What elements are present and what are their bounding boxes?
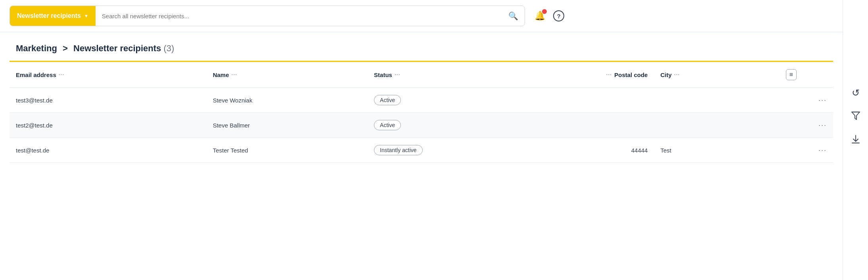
- right-sidebar: ↺: [843, 0, 868, 280]
- status-badge-2: Active: [374, 120, 401, 130]
- col-header-extra: ≡: [780, 62, 833, 88]
- notifications-button[interactable]: 🔔: [535, 11, 545, 21]
- chevron-down-icon: ▼: [84, 14, 88, 18]
- table-row: test@test.de Tester Tested Instantly act…: [10, 138, 833, 163]
- name-col-options[interactable]: ···: [232, 71, 238, 78]
- breadcrumb-current: Newsletter recipients: [73, 43, 161, 53]
- breadcrumb: Marketing > Newsletter recipients (3): [16, 43, 174, 53]
- cell-actions-1: ···: [780, 88, 833, 113]
- help-icon: ?: [553, 10, 564, 21]
- name-col-label: Name: [213, 71, 229, 78]
- cell-city-2: [654, 113, 779, 138]
- status-badge-1: Active: [374, 95, 401, 105]
- cell-email-1: test3@test.de: [10, 88, 207, 113]
- cell-name-1: Steve Wozniak: [207, 88, 368, 113]
- cell-postal-1: [529, 88, 654, 113]
- row-actions-button-3[interactable]: ···: [818, 146, 827, 154]
- undo-button[interactable]: ↺: [852, 87, 860, 98]
- row-actions-button-1[interactable]: ···: [818, 96, 827, 104]
- help-button[interactable]: ?: [553, 10, 564, 22]
- cell-city-3: Test: [654, 138, 779, 163]
- cell-name-3: Tester Tested: [207, 138, 368, 163]
- city-col-label: City: [660, 71, 671, 78]
- cell-email-2: test2@test.de: [10, 113, 207, 138]
- row-actions-button-2[interactable]: ···: [818, 121, 827, 129]
- cell-postal-2: [529, 113, 654, 138]
- cell-status-3: Instantly active: [368, 138, 529, 163]
- status-col-label: Status: [374, 71, 392, 78]
- cell-email-3: test@test.de: [10, 138, 207, 163]
- search-container: Newsletter recipients ▼ 🔍: [10, 6, 525, 26]
- notification-badge: [542, 9, 547, 14]
- col-header-postal: ··· Postal code: [529, 62, 654, 88]
- cell-status-1: Active: [368, 88, 529, 113]
- download-button[interactable]: [851, 134, 860, 145]
- col-header-city: City ···: [654, 62, 779, 88]
- table-row: test3@test.de Steve Wozniak Active ···: [10, 88, 833, 113]
- breadcrumb-count: (3): [163, 43, 174, 53]
- postal-col-options[interactable]: ···: [606, 71, 612, 78]
- filter-button[interactable]: [851, 111, 860, 122]
- breadcrumb-area: Marketing > Newsletter recipients (3): [0, 32, 843, 61]
- postal-col-label: Postal code: [614, 71, 648, 78]
- cell-status-2: Active: [368, 113, 529, 138]
- email-col-label: Email address: [16, 71, 56, 78]
- top-right-icons: 🔔 ?: [535, 10, 564, 22]
- search-button[interactable]: 🔍: [502, 11, 525, 21]
- recipients-table: Email address ··· Name ··· Status: [10, 61, 833, 163]
- top-bar: Newsletter recipients ▼ 🔍 🔔 ?: [0, 0, 843, 32]
- status-col-options[interactable]: ···: [395, 71, 400, 78]
- city-col-options[interactable]: ···: [674, 71, 680, 78]
- status-badge-3: Instantly active: [374, 145, 423, 155]
- recipients-dropdown-button[interactable]: Newsletter recipients ▼: [10, 6, 96, 26]
- table-row: test2@test.de Steve Ballmer Active ···: [10, 113, 833, 138]
- breadcrumb-separator: >: [63, 43, 68, 53]
- search-icon: 🔍: [508, 12, 518, 20]
- table-wrapper: Email address ··· Name ··· Status: [0, 61, 843, 163]
- cell-name-2: Steve Ballmer: [207, 113, 368, 138]
- cell-actions-3: ···: [780, 138, 833, 163]
- dropdown-label: Newsletter recipients: [17, 12, 81, 19]
- col-header-name: Name ···: [207, 62, 368, 88]
- search-input[interactable]: [96, 13, 502, 19]
- email-col-options[interactable]: ···: [59, 71, 65, 78]
- breadcrumb-parent[interactable]: Marketing: [16, 43, 57, 53]
- download-icon: [851, 134, 860, 145]
- cell-postal-3: 44444: [529, 138, 654, 163]
- cell-city-1: [654, 88, 779, 113]
- table-header-row: Email address ··· Name ··· Status: [10, 62, 833, 88]
- col-header-email: Email address ···: [10, 62, 207, 88]
- filter-icon: [851, 111, 860, 122]
- cell-actions-2: ···: [780, 113, 833, 138]
- column-settings-button[interactable]: ≡: [786, 69, 797, 80]
- col-header-status: Status ···: [368, 62, 529, 88]
